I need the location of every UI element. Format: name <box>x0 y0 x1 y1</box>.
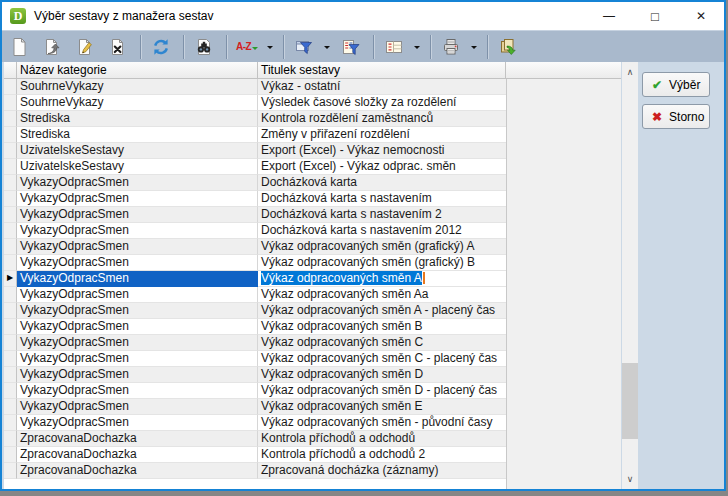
table-row[interactable]: ZpracovanaDochazka Kontrola příchodů a o… <box>4 447 506 463</box>
header-category[interactable]: Název kategorie <box>17 62 258 78</box>
cell-category[interactable]: VykazyOdpracSmen <box>17 223 258 239</box>
table-row[interactable]: Strediska Kontrola rozdělení zaměstnanců <box>4 111 506 127</box>
table-row[interactable]: VykazyOdpracSmen Výkaz odpracovaných smě… <box>4 351 506 367</box>
scrollbar-thumb[interactable] <box>622 363 638 439</box>
cell-category[interactable]: Strediska <box>17 127 258 143</box>
print-button[interactable] <box>438 34 464 60</box>
cell-category[interactable]: VykazyOdpracSmen <box>17 239 258 255</box>
refresh-button[interactable] <box>148 34 174 60</box>
cell-category[interactable]: VykazyOdpracSmen <box>17 175 258 191</box>
minimize-button[interactable]: — <box>586 2 632 30</box>
cell-category[interactable]: VykazyOdpracSmen <box>17 383 258 399</box>
cell-title[interactable]: Kontrola rozdělení zaměstnanců <box>258 111 506 127</box>
cell-category[interactable]: UzivatelskeSestavy <box>17 143 258 159</box>
table-row[interactable]: VykazyOdpracSmen Výkaz odpracovaných smě… <box>4 399 506 415</box>
table-row[interactable]: UzivatelskeSestavy Export (Excel) - Výka… <box>4 143 506 159</box>
filter-dropdown-arrow[interactable] <box>321 34 333 60</box>
print-dropdown-arrow[interactable] <box>468 34 480 60</box>
cell-category[interactable]: UzivatelskeSestavy <box>17 159 258 175</box>
table-row[interactable]: VykazyOdpracSmen Docházková karta s nast… <box>4 191 506 207</box>
cell-category[interactable]: VykazyOdpracSmen <box>17 351 258 367</box>
cell-category[interactable]: VykazyOdpracSmen <box>17 319 258 335</box>
scroll-down-arrow[interactable]: ∨ <box>622 471 638 487</box>
cell-title[interactable]: Výkaz odpracovaných směn C <box>258 335 506 351</box>
table-row[interactable]: VykazyOdpracSmen Výkaz odpracovaných smě… <box>4 335 506 351</box>
columns-button[interactable] <box>381 34 407 60</box>
cell-title[interactable]: Zpracovaná docházka (záznamy) <box>258 463 506 479</box>
cell-title[interactable]: Výkaz odpracovaných směn B <box>258 319 506 335</box>
cell-title[interactable]: Docházková karta <box>258 175 506 191</box>
cell-category[interactable]: ZpracovanaDochazka <box>17 431 258 447</box>
table-row[interactable]: VykazyOdpracSmen Docházková karta <box>4 175 506 191</box>
table-row[interactable]: VykazyOdpracSmen Výkaz odpracovaných smě… <box>4 303 506 319</box>
cell-title[interactable]: Výkaz odpracovaných směn A - placený čas <box>258 303 506 319</box>
cell-title[interactable]: Výkaz odpracovaných směn D - placený čas <box>258 383 506 399</box>
filter-editor-button[interactable] <box>338 34 364 60</box>
cell-category[interactable]: VykazyOdpracSmen <box>17 367 258 383</box>
select-button[interactable]: ✔ Výběr <box>642 72 710 97</box>
cell-title[interactable]: Výkaz odpracovaných směn C - placený čas <box>258 351 506 367</box>
cell-title[interactable]: Výkaz odpracovaných směn Aa <box>258 287 506 303</box>
cell-title[interactable]: Výkaz odpracovaných směn D <box>258 367 506 383</box>
cell-title[interactable]: Změny v přiřazení rozdělení <box>258 127 506 143</box>
columns-dropdown-arrow[interactable] <box>411 34 423 60</box>
table-row[interactable]: VykazyOdpracSmen Docházková karta s nast… <box>4 207 506 223</box>
cell-title[interactable]: Výkaz odpracovaných směn E <box>258 399 506 415</box>
table-row[interactable]: ZpracovanaDochazka Kontrola příchodů a o… <box>4 431 506 447</box>
cancel-button[interactable]: ✖ Storno <box>642 104 710 129</box>
copy-report-button[interactable] <box>39 34 65 60</box>
cell-title[interactable]: Export (Excel) - Výkaz odprac. směn <box>258 159 506 175</box>
cell-title[interactable]: Výkaz odpracovaných směn (grafický) B <box>258 255 506 271</box>
cell-title[interactable]: Docházková karta s nastavením 2012 <box>258 223 506 239</box>
cell-category[interactable]: SouhrneVykazy <box>17 79 258 95</box>
vertical-scrollbar[interactable]: ∧ ∨ <box>622 62 638 489</box>
table-row[interactable]: Strediska Změny v přiřazení rozdělení <box>4 127 506 143</box>
table-row[interactable]: VykazyOdpracSmen Výkaz odpracovaných smě… <box>4 319 506 335</box>
edit-report-button[interactable] <box>72 34 98 60</box>
cell-category[interactable]: VykazyOdpracSmen <box>17 399 258 415</box>
cell-title[interactable]: Kontrola příchodů a odchodů 2 <box>258 447 506 463</box>
sort-dropdown-arrow[interactable] <box>264 34 276 60</box>
table-row[interactable]: VykazyOdpracSmen Výkaz odpracovaných smě… <box>4 383 506 399</box>
cell-category[interactable]: VykazyOdpracSmen <box>17 415 258 431</box>
cell-title[interactable]: Docházková karta s nastavením 2 <box>258 207 506 223</box>
cell-category[interactable]: VykazyOdpracSmen <box>17 207 258 223</box>
cell-title[interactable]: Výsledek časové složky za rozdělení <box>258 95 506 111</box>
cell-title[interactable]: Výkaz odpracovaných směn A <box>258 271 506 287</box>
cell-category[interactable]: VykazyOdpracSmen <box>17 271 258 287</box>
new-report-button[interactable] <box>6 34 32 60</box>
cell-title[interactable]: Kontrola příchodů a odchodů <box>258 431 506 447</box>
cell-category[interactable]: VykazyOdpracSmen <box>17 303 258 319</box>
cell-category[interactable]: VykazyOdpracSmen <box>17 191 258 207</box>
cell-title[interactable]: Výkaz odpracovaných směn - původní časy <box>258 415 506 431</box>
delete-report-button[interactable] <box>105 34 131 60</box>
cell-category[interactable]: VykazyOdpracSmen <box>17 255 258 271</box>
cell-category[interactable]: Strediska <box>17 111 258 127</box>
cell-category[interactable]: SouhrneVykazy <box>17 95 258 111</box>
table-row[interactable]: VykazyOdpracSmen Výkaz odpracovaných smě… <box>4 255 506 271</box>
filter-button[interactable] <box>291 34 317 60</box>
cell-title[interactable]: Výkaz - ostatní <box>258 79 506 95</box>
cell-title[interactable]: Výkaz odpracovaných směn (grafický) A <box>258 239 506 255</box>
maximize-button[interactable]: □ <box>632 2 678 30</box>
table-row[interactable]: VykazyOdpracSmen Výkaz odpracovaných smě… <box>4 367 506 383</box>
cell-category[interactable]: VykazyOdpracSmen <box>17 335 258 351</box>
table-row[interactable]: VykazyOdpracSmen Výkaz odpracovaných smě… <box>4 239 506 255</box>
scroll-up-arrow[interactable]: ∧ <box>622 64 638 80</box>
cell-title[interactable]: Docházková karta s nastavením <box>258 191 506 207</box>
close-button[interactable]: ✕ <box>678 2 724 30</box>
cell-category[interactable]: ZpracovanaDochazka <box>17 447 258 463</box>
table-row[interactable]: VykazyOdpracSmen Výkaz odpracovaných smě… <box>4 287 506 303</box>
cell-category[interactable]: VykazyOdpracSmen <box>17 287 258 303</box>
table-row[interactable]: SouhrneVykazy Výkaz - ostatní <box>4 79 506 95</box>
table-row[interactable]: UzivatelskeSestavy Export (Excel) - Výka… <box>4 159 506 175</box>
cell-title[interactable]: Export (Excel) - Výkaz nemocnosti <box>258 143 506 159</box>
export-button[interactable] <box>495 34 521 60</box>
table-row[interactable]: ZpracovanaDochazka Zpracovaná docházka (… <box>4 463 506 479</box>
sort-az-button[interactable]: A-Z <box>234 34 260 60</box>
cell-category[interactable]: ZpracovanaDochazka <box>17 463 258 479</box>
header-title[interactable]: Titulek sestavy <box>258 62 506 78</box>
table-row[interactable]: SouhrneVykazy Výsledek časové složky za … <box>4 95 506 111</box>
table-row[interactable]: ▶ VykazyOdpracSmen Výkaz odpracovaných s… <box>4 271 506 287</box>
find-button[interactable] <box>191 34 217 60</box>
